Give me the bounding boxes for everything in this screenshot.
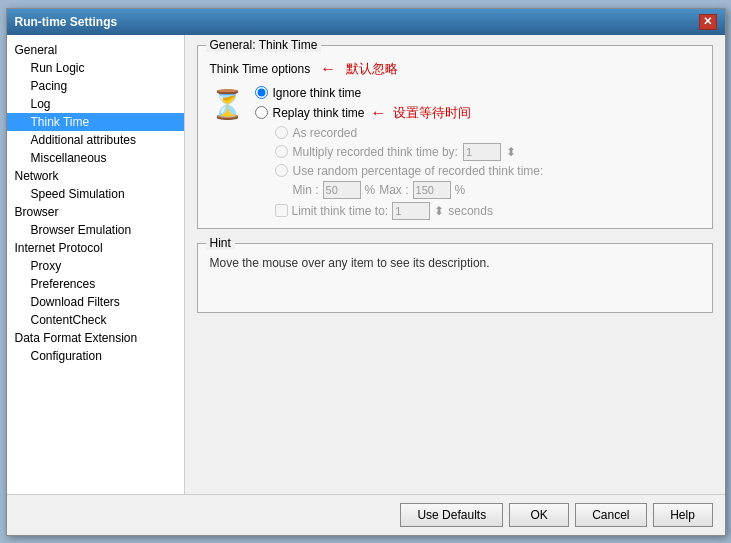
random-pct-label: Use random percentage of recorded think … (293, 164, 544, 178)
ignore-think-time-row: Ignore think time (255, 86, 700, 100)
think-time-section: General: Think Time Think Time options ←… (197, 45, 713, 229)
sidebar-item-log[interactable]: Log (7, 95, 184, 113)
title-bar: Run-time Settings ✕ (7, 9, 725, 35)
help-button[interactable]: Help (653, 503, 713, 527)
hint-section: Hint Move the mouse over any item to see… (197, 243, 713, 313)
annotation-wait: 设置等待时间 (393, 104, 471, 122)
think-time-body: ⏳ Ignore think time Replay think t (210, 86, 700, 220)
sidebar-item-speed-simulation[interactable]: Speed Simulation (7, 185, 184, 203)
multiply-radio[interactable] (275, 145, 288, 158)
sidebar-item-think-time[interactable]: Think Time (7, 113, 184, 131)
sidebar-item-network[interactable]: Network (7, 167, 184, 185)
max-label: Max : (379, 183, 408, 197)
sidebar-item-configuration[interactable]: Configuration (7, 347, 184, 365)
pct1-label: % (365, 183, 376, 197)
sidebar-item-data-format-extension[interactable]: Data Format Extension (7, 329, 184, 347)
annotation-default: 默认忽略 (346, 60, 398, 78)
limit-value-input[interactable] (392, 202, 430, 220)
as-recorded-radio[interactable] (275, 126, 288, 139)
min-value-input[interactable] (323, 181, 361, 199)
sidebar-item-internet-protocol[interactable]: Internet Protocol (7, 239, 184, 257)
sidebar-item-proxy[interactable]: Proxy (7, 257, 184, 275)
as-recorded-label: As recorded (293, 126, 358, 140)
section-title: General: Think Time (206, 38, 322, 52)
footer-bar: Use Defaults OK Cancel Help (7, 494, 725, 535)
sidebar-item-pacing[interactable]: Pacing (7, 77, 184, 95)
sidebar-item-download-filters[interactable]: Download Filters (7, 293, 184, 311)
max-value-input[interactable] (413, 181, 451, 199)
multiply-row: Multiply recorded think time by: ⬍ (275, 143, 700, 161)
close-button[interactable]: ✕ (699, 14, 717, 30)
random-pct-radio[interactable] (275, 164, 288, 177)
sidebar: General Run Logic Pacing Log Think Time … (7, 35, 185, 494)
sidebar-item-general[interactable]: General (7, 41, 184, 59)
multiply-label: Multiply recorded think time by: (293, 145, 458, 159)
arrow-left-icon: ← (371, 104, 387, 122)
multiply-value-input[interactable] (463, 143, 501, 161)
cancel-button[interactable]: Cancel (575, 503, 646, 527)
replay-think-time-radio[interactable] (255, 106, 268, 119)
sidebar-item-preferences[interactable]: Preferences (7, 275, 184, 293)
min-max-row: Min : % Max : % (293, 181, 700, 199)
ok-button[interactable]: OK (509, 503, 569, 527)
sub-options: As recorded Multiply recorded think time… (275, 126, 700, 220)
sidebar-item-run-logic[interactable]: Run Logic (7, 59, 184, 77)
min-label: Min : (293, 183, 319, 197)
random-pct-row: Use random percentage of recorded think … (275, 164, 700, 178)
replay-row-container: Replay think time ← 设置等待时间 (255, 104, 700, 122)
replay-think-time-label: Replay think time (273, 106, 365, 120)
ignore-think-time-label: Ignore think time (273, 86, 362, 100)
limit-label: Limit think time to: (292, 204, 389, 218)
limit-row: Limit think time to: ⬍ seconds (275, 202, 700, 220)
multiply-spinner-icon: ⬍ (506, 145, 516, 159)
sidebar-item-browser-emulation[interactable]: Browser Emulation (7, 221, 184, 239)
content-area: General Run Logic Pacing Log Think Time … (7, 35, 725, 494)
pct2-label: % (455, 183, 466, 197)
sidebar-item-browser[interactable]: Browser (7, 203, 184, 221)
use-defaults-button[interactable]: Use Defaults (400, 503, 503, 527)
run-time-settings-window: Run-time Settings ✕ General Run Logic Pa… (6, 8, 726, 536)
main-panel: General: Think Time Think Time options ←… (185, 35, 725, 494)
think-time-options-label: Think Time options (210, 62, 311, 76)
limit-think-time-checkbox[interactable] (275, 204, 288, 217)
sidebar-item-additional-attributes[interactable]: Additional attributes (7, 131, 184, 149)
as-recorded-row: As recorded (275, 126, 700, 140)
sidebar-item-contentcheck[interactable]: ContentCheck (7, 311, 184, 329)
ignore-think-time-radio[interactable] (255, 86, 268, 99)
seconds-label: seconds (448, 204, 493, 218)
arrow-right-icon: ← (320, 60, 336, 78)
radio-options: Ignore think time Replay think time ← 设置… (255, 86, 700, 220)
limit-spinner-icon: ⬍ (434, 204, 444, 218)
window-title: Run-time Settings (15, 15, 118, 29)
hourglass-icon: ⏳ (210, 88, 245, 121)
hint-text: Move the mouse over any item to see its … (210, 256, 700, 270)
hint-title: Hint (206, 236, 235, 250)
replay-think-time-row: Replay think time (255, 106, 365, 120)
sidebar-item-miscellaneous[interactable]: Miscellaneous (7, 149, 184, 167)
